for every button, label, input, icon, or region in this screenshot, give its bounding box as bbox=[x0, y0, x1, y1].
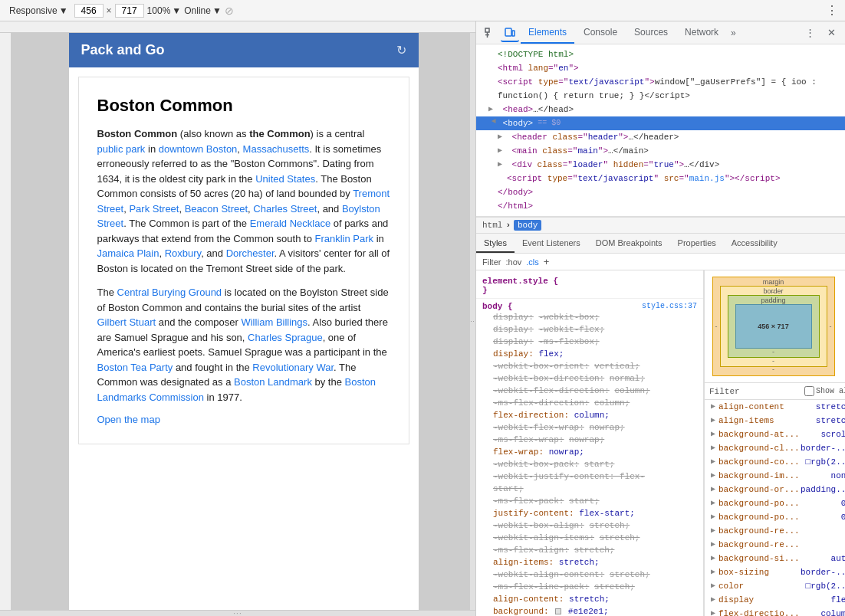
more-options-button[interactable]: ⋮ bbox=[826, 3, 839, 18]
tab-dom-breakpoints[interactable]: DOM Breakpoints bbox=[588, 234, 670, 253]
inspect-element-button[interactable] bbox=[481, 24, 499, 42]
computed-prop-background-at[interactable]: ▶ background-at... scroll bbox=[705, 428, 845, 441]
code-line-body[interactable]: ▼ <body> == $0 bbox=[476, 116, 845, 130]
computed-prop-align-items[interactable]: ▶ align-items stretch bbox=[705, 414, 845, 428]
width-input[interactable] bbox=[74, 4, 104, 18]
css-prop-justify-content[interactable]: justify-content: flex-start; bbox=[482, 507, 697, 519]
filter-hov-button[interactable]: :hov bbox=[505, 257, 521, 267]
computed-prop-color[interactable]: ▶ color □rgb(2... bbox=[705, 579, 845, 593]
expand-arrow[interactable] bbox=[488, 48, 498, 61]
css-prop-display-flex[interactable]: display: flex; bbox=[482, 348, 697, 360]
computed-prop-background-po-1[interactable]: ▶ background-po... 0% bbox=[705, 496, 845, 510]
link-boston-landmark[interactable]: Boston Landmark bbox=[234, 376, 312, 388]
vertical-resize-handle[interactable]: ⋮ bbox=[469, 33, 475, 610]
expand-arrow[interactable] bbox=[488, 76, 498, 88]
code-line-close-html[interactable]: </html> bbox=[476, 199, 845, 213]
breadcrumb-html[interactable]: html bbox=[482, 221, 502, 230]
expand-arrow[interactable]: ▼ bbox=[487, 119, 499, 128]
link-revolutionary-war[interactable]: Revolutionary War bbox=[252, 362, 334, 373]
computed-prop-box-sizing[interactable]: ▶ box-sizing border-... bbox=[705, 565, 845, 579]
tab-network[interactable]: Network bbox=[677, 21, 726, 44]
open-map-link[interactable]: Open the map bbox=[97, 414, 390, 425]
code-line-head[interactable]: ▶ <head>…</head> bbox=[476, 103, 845, 116]
computed-prop-background-re-2[interactable]: ▶ background-re... bbox=[705, 538, 845, 552]
tab-accessibility[interactable]: Accessibility bbox=[724, 234, 785, 253]
code-line-html[interactable]: <html lang="en"> bbox=[476, 61, 845, 75]
link-public-park[interactable]: public park bbox=[97, 143, 146, 155]
horizontal-resize-handle[interactable]: ··· bbox=[0, 610, 475, 616]
expand-arrow[interactable]: ▶ bbox=[498, 159, 507, 171]
expand-arrow[interactable] bbox=[498, 172, 507, 185]
css-prop-align-content[interactable]: align-content: stretch; bbox=[482, 593, 697, 605]
computed-prop-background-cl[interactable]: ▶ background-cl... border-... bbox=[705, 441, 845, 455]
viewport-area[interactable]: Pack and Go ↻ Boston Common Boston Commo… bbox=[12, 33, 475, 610]
prop-name: background-po... bbox=[718, 511, 841, 523]
expand-arrow[interactable]: ▶ bbox=[488, 103, 498, 116]
css-prop-background[interactable]: background: #e1e2e1; bbox=[482, 605, 697, 616]
link-charles-sprague[interactable]: Charles Sprague bbox=[248, 332, 323, 343]
computed-prop-background-po-2[interactable]: ▶ background-po... 0% bbox=[705, 510, 845, 524]
code-line-close-body[interactable]: </body> bbox=[476, 185, 845, 199]
add-style-button[interactable]: + bbox=[544, 256, 550, 267]
code-line-script2[interactable]: function() { return true; } }</script> bbox=[476, 89, 845, 103]
link-gilbert-stuart[interactable]: Gilbert Stuart bbox=[97, 316, 156, 328]
prop-name: background-im... bbox=[718, 470, 831, 482]
computed-prop-background-im[interactable]: ▶ background-im... none bbox=[705, 469, 845, 483]
body-file-ref[interactable]: style.css:37 bbox=[642, 302, 697, 311]
expand-arrow[interactable] bbox=[488, 62, 498, 74]
link-united-states[interactable]: United States bbox=[255, 173, 315, 185]
more-tabs-button[interactable]: » bbox=[728, 28, 739, 38]
link-william-billings[interactable]: William Billings bbox=[241, 316, 307, 328]
expand-arrow[interactable] bbox=[488, 200, 498, 212]
code-line-loader[interactable]: ▶ <div class="loader" hidden="true">…</d… bbox=[476, 158, 845, 172]
computed-prop-background-si[interactable]: ▶ background-si... auto bbox=[705, 552, 845, 565]
link-beacon-street[interactable]: Beacon Street bbox=[185, 203, 248, 215]
devtools-controls: ⋮ ✕ bbox=[801, 24, 840, 42]
settings-button[interactable]: ⋮ bbox=[801, 24, 819, 42]
code-line-main[interactable]: ▶ <main class="main">…</main> bbox=[476, 144, 845, 158]
device-toolbar-button[interactable] bbox=[501, 24, 519, 42]
tab-styles[interactable]: Styles bbox=[476, 234, 515, 253]
show-all-checkbox[interactable] bbox=[804, 386, 814, 396]
computed-prop-align-content[interactable]: ▶ align-content stretch bbox=[705, 400, 845, 414]
responsive-dropdown[interactable]: Responsive ▼ bbox=[6, 4, 71, 18]
computed-prop-flex-direction[interactable]: ▶ flex-directio... column bbox=[705, 607, 845, 616]
link-jamaica-plain[interactable]: Jamaica Plain bbox=[97, 247, 159, 259]
link-central-burying-ground[interactable]: Central Burying Ground bbox=[117, 287, 222, 298]
zoom-dropdown[interactable]: 100% ▼ bbox=[147, 5, 182, 16]
computed-prop-background-re-1[interactable]: ▶ background-re... bbox=[705, 524, 845, 538]
link-downtown-boston[interactable]: downtown Boston bbox=[159, 143, 238, 155]
tab-sources[interactable]: Sources bbox=[626, 21, 676, 44]
breadcrumb-body[interactable]: body bbox=[514, 220, 541, 231]
computed-prop-display[interactable]: ▶ display flex bbox=[705, 593, 845, 607]
expand-arrow[interactable]: ▶ bbox=[498, 145, 507, 157]
css-prop-flex-wrap[interactable]: flex-wrap: nowrap; bbox=[482, 446, 697, 458]
online-dropdown[interactable]: Online ▼ bbox=[184, 5, 222, 16]
css-prop-align-items[interactable]: align-items: stretch; bbox=[482, 556, 697, 568]
link-charles-street[interactable]: Charles Street bbox=[253, 203, 317, 215]
filter-cls-button[interactable]: .cls bbox=[526, 257, 539, 267]
link-roxbury[interactable]: Roxbury bbox=[165, 247, 201, 259]
height-input[interactable] bbox=[115, 4, 144, 18]
link-park-street[interactable]: Park Street bbox=[129, 203, 179, 215]
css-prop-flex-direction[interactable]: flex-direction: column; bbox=[482, 409, 697, 421]
code-line-header[interactable]: ▶ <header class="header">…</header> bbox=[476, 130, 845, 144]
link-massachusetts[interactable]: Massachusetts bbox=[243, 143, 310, 155]
tab-properties[interactable]: Properties bbox=[670, 234, 724, 253]
link-dorchester[interactable]: Dorchester bbox=[226, 247, 275, 259]
tab-elements[interactable]: Elements bbox=[521, 21, 574, 44]
link-emerald-necklace[interactable]: Emerald Necklace bbox=[250, 218, 331, 229]
code-line-doctype[interactable]: <!DOCTYPE html> bbox=[476, 48, 845, 61]
tab-console[interactable]: Console bbox=[576, 21, 625, 44]
link-franklin-park[interactable]: Franklin Park bbox=[314, 233, 373, 244]
computed-prop-background-or[interactable]: ▶ background-or... padding... bbox=[705, 483, 845, 496]
tab-event-listeners[interactable]: Event Listeners bbox=[515, 234, 588, 253]
code-line-main-js[interactable]: <script type="text/javascript" src="main… bbox=[476, 172, 845, 185]
close-devtools-button[interactable]: ✕ bbox=[822, 24, 840, 42]
computed-prop-background-co[interactable]: ▶ background-co... □rgb(2... bbox=[705, 455, 845, 469]
link-boston-tea-party[interactable]: Boston Tea Party bbox=[97, 362, 173, 373]
code-line-script1[interactable]: <script type="text/javascript">window["_… bbox=[476, 75, 845, 89]
expand-arrow[interactable]: ▶ bbox=[498, 131, 507, 143]
expand-arrow[interactable] bbox=[488, 186, 498, 198]
refresh-icon[interactable]: ↻ bbox=[396, 43, 406, 57]
